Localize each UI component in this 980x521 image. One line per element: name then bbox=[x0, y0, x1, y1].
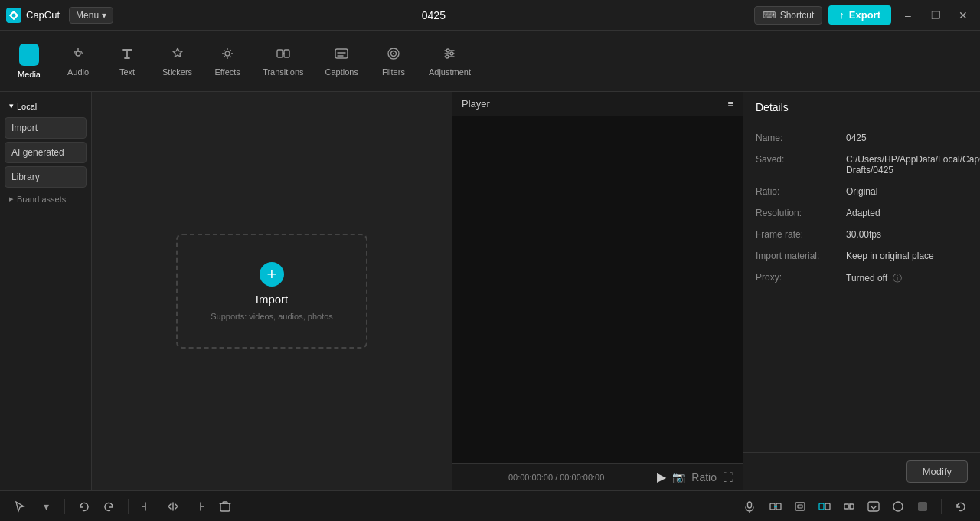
details-panel: Details Name: 0425 Saved: C:/Users/HP/Ap… bbox=[743, 92, 980, 490]
text-icon bbox=[119, 46, 135, 64]
sidebar-brand-assets[interactable]: ▸ Brand assets bbox=[5, 191, 87, 207]
svg-rect-1 bbox=[23, 49, 35, 58]
timeline-tool7[interactable] bbox=[912, 496, 933, 517]
close-button[interactable]: ✕ bbox=[952, 5, 974, 26]
sidebar-library[interactable]: Library bbox=[5, 166, 87, 188]
cursor-dropdown[interactable]: ▾ bbox=[35, 496, 57, 517]
player-play-button[interactable]: ▶ bbox=[657, 470, 666, 484]
detail-row-proxy: Proxy: Turned off ⓘ bbox=[756, 272, 968, 285]
detail-label-resolution: Resolution: bbox=[756, 208, 840, 218]
redo-button[interactable] bbox=[99, 496, 120, 517]
import-plus-icon: + bbox=[260, 262, 284, 287]
svg-rect-23 bbox=[819, 503, 824, 510]
details-body: Name: 0425 Saved: C:/Users/HP/AppData/Lo… bbox=[743, 123, 980, 452]
shortcut-button[interactable]: ⌨ Shortcut bbox=[754, 6, 823, 25]
tab-stickers[interactable]: Stickers bbox=[153, 40, 201, 83]
proxy-info-icon[interactable]: ⓘ bbox=[893, 273, 902, 283]
tab-filters[interactable]: Filters bbox=[371, 40, 416, 83]
player-time: 00:00:00:00 / 00:00:00:00 bbox=[462, 473, 651, 482]
detail-value-resolution: Adapted bbox=[846, 208, 968, 218]
restore-button[interactable]: ❐ bbox=[925, 5, 946, 26]
svg-rect-10 bbox=[335, 49, 348, 58]
main-layout: ▾ Local Import AI generated Library ▸ Br… bbox=[0, 92, 980, 490]
detail-row-resolution: Resolution: Adapted bbox=[756, 208, 968, 218]
player-header: Player ≡ bbox=[452, 92, 743, 116]
svg-rect-22 bbox=[798, 505, 802, 508]
sep1 bbox=[64, 499, 65, 514]
svg-rect-26 bbox=[850, 504, 854, 509]
captions-icon bbox=[334, 46, 349, 64]
import-box[interactable]: + Import Supports: videos, audios, photo… bbox=[176, 234, 368, 349]
split-end-button[interactable] bbox=[188, 496, 210, 517]
tab-text[interactable]: Text bbox=[104, 40, 150, 83]
timeline-tool5[interactable] bbox=[863, 496, 884, 517]
detail-label-saved: Saved: bbox=[756, 154, 840, 165]
svg-point-14 bbox=[446, 49, 449, 52]
tab-audio-label: Audio bbox=[67, 67, 89, 77]
svg-rect-8 bbox=[277, 50, 283, 57]
top-bar: CapCut Menu ▾ 0425 ⌨ Shortcut ↑ Export –… bbox=[0, 0, 980, 31]
tab-adjustment[interactable]: Adjustment bbox=[420, 40, 480, 83]
sidebar-local[interactable]: ▾ Local bbox=[5, 98, 87, 114]
chevron-right-icon: ▸ bbox=[9, 194, 14, 204]
content-area: + Import Supports: videos, audios, photo… bbox=[92, 92, 452, 490]
timeline-tool4[interactable] bbox=[838, 496, 860, 517]
tab-audio[interactable]: Audio bbox=[55, 40, 101, 83]
delete-button[interactable] bbox=[214, 496, 236, 517]
details-header: Details bbox=[743, 92, 980, 123]
svg-point-0 bbox=[12, 13, 16, 17]
svg-rect-18 bbox=[748, 502, 752, 508]
screenshot-icon[interactable]: 📷 bbox=[672, 471, 685, 483]
timeline-tools bbox=[765, 496, 933, 517]
sidebar-import[interactable]: Import bbox=[5, 117, 87, 139]
sep3 bbox=[941, 499, 942, 514]
split-start-button[interactable] bbox=[136, 496, 158, 517]
detail-value-name: 0425 bbox=[846, 133, 968, 143]
svg-rect-4 bbox=[30, 53, 33, 54]
timeline-tool6[interactable] bbox=[887, 496, 909, 517]
svg-point-15 bbox=[450, 52, 453, 55]
timeline-undo-button[interactable] bbox=[949, 496, 971, 517]
detail-value-proxy: Turned off ⓘ bbox=[846, 272, 968, 285]
modify-button[interactable]: Modify bbox=[906, 460, 968, 483]
timeline-tool3[interactable] bbox=[814, 496, 835, 517]
tab-transitions[interactable]: Transitions bbox=[253, 40, 312, 83]
ratio-button[interactable]: Ratio bbox=[691, 471, 717, 483]
sidebar-ai-generated[interactable]: AI generated bbox=[5, 142, 87, 163]
chevron-down-icon: ▾ bbox=[9, 101, 14, 111]
capcut-logo-icon bbox=[6, 8, 21, 23]
tab-media[interactable]: Media bbox=[6, 38, 52, 85]
adjustment-icon bbox=[442, 46, 457, 64]
import-label: Import bbox=[256, 293, 289, 306]
split-button[interactable] bbox=[162, 496, 184, 517]
filters-icon bbox=[386, 46, 401, 64]
svg-point-28 bbox=[893, 502, 903, 511]
mic-button[interactable] bbox=[739, 496, 760, 517]
tab-filters-label: Filters bbox=[382, 67, 405, 77]
menu-button[interactable]: Menu ▾ bbox=[69, 7, 113, 24]
fullscreen-icon[interactable]: ⛶ bbox=[723, 471, 733, 483]
cursor-tool[interactable] bbox=[9, 496, 31, 517]
project-title: 0425 bbox=[119, 9, 748, 21]
effects-icon bbox=[220, 46, 235, 64]
import-sublabel: Supports: videos, audios, photos bbox=[211, 312, 333, 321]
export-button[interactable]: ↑ Export bbox=[828, 5, 891, 25]
logo-area: CapCut bbox=[6, 8, 60, 23]
tab-media-label: Media bbox=[18, 70, 41, 79]
tab-captions-label: Captions bbox=[325, 67, 358, 77]
detail-value-ratio: Original bbox=[846, 186, 968, 197]
details-footer: Modify bbox=[743, 452, 980, 490]
timeline-tool1[interactable] bbox=[765, 496, 786, 517]
tab-effects[interactable]: Effects bbox=[204, 40, 250, 83]
tab-captions[interactable]: Captions bbox=[316, 40, 368, 83]
player-title: Player bbox=[462, 98, 490, 110]
detail-row-saved: Saved: C:/Users/HP/AppData/Local/CapCut … bbox=[756, 154, 968, 175]
detail-label-ratio: Ratio: bbox=[756, 186, 840, 197]
timeline-tool2[interactable] bbox=[789, 496, 811, 517]
player-menu-icon[interactable]: ≡ bbox=[727, 98, 733, 110]
minimize-button[interactable]: – bbox=[897, 5, 919, 26]
svg-rect-9 bbox=[284, 50, 289, 57]
svg-rect-25 bbox=[844, 504, 848, 509]
svg-rect-3 bbox=[30, 51, 34, 52]
undo-button[interactable] bbox=[73, 496, 94, 517]
